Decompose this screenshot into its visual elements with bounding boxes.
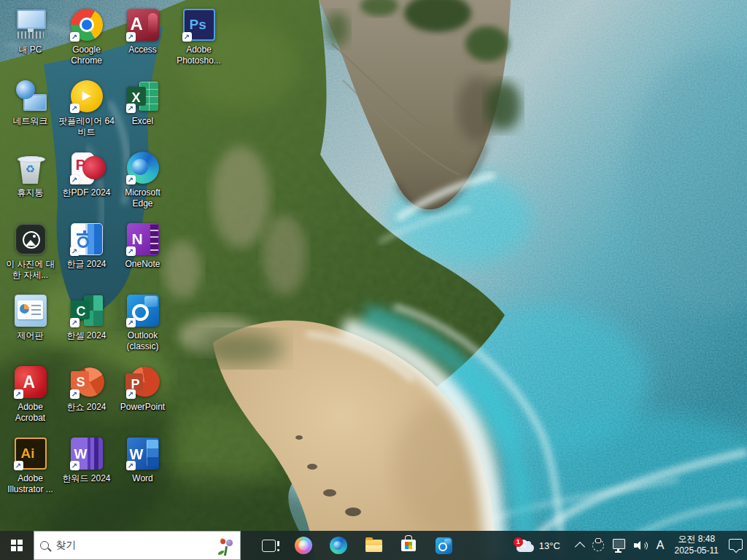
shortcut-arrow-icon: ↗	[182, 32, 192, 42]
icon-label: Microsoft Edge	[115, 187, 171, 209]
desktop-icon-adobe-acrobat[interactable]: A↗Adobe Acrobat	[2, 365, 58, 424]
volume-icon	[634, 540, 648, 551]
icon-label: Adobe Acrobat	[2, 402, 58, 424]
desktop-icon-my-pc[interactable]: 내 PC	[2, 7, 58, 55]
adobe-acrobat-icon: A↗	[13, 365, 48, 400]
search-placeholder: 찾기	[55, 539, 76, 552]
outlook-icon	[436, 537, 452, 554]
desktop-icon-microsoft-edge[interactable]: ↗Microsoft Edge	[115, 150, 171, 209]
icon-label: Outlook (classic)	[115, 330, 171, 352]
icon-label: Excel	[115, 116, 171, 127]
icon-label: Google Chrome	[58, 44, 115, 66]
clock-date: 2025-05-11	[675, 545, 719, 557]
icon-glyph: A	[23, 374, 36, 391]
google-chrome-icon: ↗	[69, 7, 104, 42]
desktop-icon-hanshow-2024[interactable]: S↗한쇼 2024	[58, 365, 115, 413]
desktop-icon-recycle-bin[interactable]: ♻휴지통	[2, 150, 58, 198]
icon-glyph: W	[130, 447, 144, 462]
hanshow-2024-icon: S↗	[69, 365, 104, 400]
weather-badge: 1	[514, 537, 523, 547]
hancell-2024-icon: C↗	[69, 293, 104, 328]
shortcut-arrow-icon: ↗	[70, 318, 80, 327]
desktop-icon-control-panel[interactable]: 제어판	[2, 293, 58, 341]
shortcut-arrow-icon: ↗	[126, 318, 136, 327]
outlook-classic-icon: ↗	[125, 293, 160, 328]
desktop-icon-hangul-2024[interactable]: ↗한글 2024	[58, 222, 115, 270]
volume-button[interactable]	[630, 531, 652, 560]
desktop-icon-outlook-classic[interactable]: ↗Outlook (classic)	[115, 293, 171, 352]
desktop-icon-picture-info[interactable]: 이 사진에 대한 자세...	[2, 222, 58, 281]
ime-indicator[interactable]: A	[652, 531, 669, 560]
icon-glyph: S	[77, 376, 85, 389]
shortcut-arrow-icon: ↗	[14, 389, 23, 399]
hanword-2024-icon: W↗	[69, 436, 104, 471]
taskbar-microsoft-store-button[interactable]	[391, 531, 426, 560]
adobe-photoshop-icon: Ps↗	[182, 7, 217, 42]
icon-label: Access	[115, 44, 171, 55]
hanpdf-2024-icon: P↗	[69, 150, 104, 185]
shortcut-arrow-icon: ↗	[126, 246, 136, 256]
icon-label: 네트워크	[2, 116, 58, 127]
task-view-icon	[262, 540, 276, 552]
shortcut-arrow-icon: ↗	[70, 32, 80, 42]
desktop-icon-potplayer-64bit[interactable]: ▶↗팟플레이어 64 비트	[58, 79, 115, 138]
action-center-button[interactable]	[724, 531, 747, 560]
taskbar-file-explorer-button[interactable]	[356, 531, 391, 560]
desktop-icon-adobe-photoshop[interactable]: Ps↗Adobe Photosho...	[171, 7, 227, 66]
desktop-icon-word[interactable]: W↗Word	[115, 436, 171, 484]
icon-label: OneNote	[115, 259, 171, 270]
taskbar-copilot-button[interactable]	[286, 531, 321, 560]
taskbar-search[interactable]: 찾기	[34, 531, 241, 560]
icon-label: 내 PC	[2, 44, 58, 55]
search-icon	[40, 541, 49, 550]
desktop-icon-excel[interactable]: X↗Excel	[115, 79, 171, 127]
control-panel-icon	[13, 293, 48, 328]
chevron-up-icon	[575, 542, 585, 552]
shortcut-arrow-icon: ↗	[70, 104, 80, 113]
desktop-icon-hanword-2024[interactable]: W↗한워드 2024	[58, 436, 115, 484]
search-highlight-bouquet-icon[interactable]	[217, 535, 234, 556]
taskbar-clock[interactable]: 오전 8:48 2025-05-11	[669, 534, 725, 556]
icon-glyph: Ai	[21, 446, 35, 460]
icon-label: 제어판	[2, 330, 58, 341]
icon-label: 한쇼 2024	[58, 402, 115, 413]
taskbar-microsoft-edge-button[interactable]	[321, 531, 356, 560]
shortcut-arrow-icon: ↗	[126, 32, 136, 42]
microsoft-edge-icon	[330, 537, 347, 554]
shortcut-arrow-icon: ↗	[14, 461, 23, 470]
taskbar-buttons	[251, 531, 461, 560]
shortcut-arrow-icon: ↗	[126, 175, 136, 184]
desktop-icon-access[interactable]: A↗Access	[115, 7, 171, 55]
icon-label: Adobe Photosho...	[171, 44, 227, 66]
adobe-illustrator-icon: Ai↗	[13, 436, 48, 471]
desktop-icon-network[interactable]: 네트워크	[2, 79, 58, 127]
taskbar-task-view-button[interactable]	[251, 531, 286, 560]
shortcut-arrow-icon: ↗	[70, 175, 80, 184]
start-button[interactable]	[0, 531, 34, 560]
icon-label: Word	[115, 473, 171, 484]
icon-label: 팟플레이어 64 비트	[58, 116, 115, 138]
icon-label: 이 사진에 대한 자세...	[2, 259, 58, 281]
icon-label: Adobe Illustrator ...	[2, 473, 58, 495]
desktop-icon-hanpdf-2024[interactable]: P↗한PDF 2024	[58, 150, 115, 198]
hangul-2024-icon: ↗	[69, 222, 104, 257]
icon-glyph: Ps	[190, 18, 206, 31]
shortcut-arrow-icon: ↗	[70, 246, 80, 256]
onenote-icon: N↗	[125, 222, 160, 257]
tray-status-button[interactable]	[588, 531, 608, 560]
icon-glyph: ♻	[13, 163, 48, 174]
taskbar: 찾기 1 13°C A 오전 8:48 2025-05-11	[0, 531, 747, 560]
taskbar-outlook-button[interactable]	[426, 531, 461, 560]
desktop-icon-onenote[interactable]: N↗OneNote	[115, 222, 171, 270]
desktop-icon-google-chrome[interactable]: ↗Google Chrome	[58, 7, 115, 66]
icon-label: 한워드 2024	[58, 473, 115, 484]
weather-widget[interactable]: 1 13°C	[512, 531, 565, 560]
show-hidden-icons-button[interactable]	[572, 531, 588, 560]
desktop-icon-powerpoint[interactable]: P↗PowerPoint	[115, 365, 171, 413]
microsoft-edge-icon: ↗	[125, 150, 160, 185]
desktop-icon-adobe-illustrator[interactable]: Ai↗Adobe Illustrator ...	[2, 436, 58, 495]
ime-mode-label: A	[657, 539, 665, 552]
recycle-bin-icon: ♻	[13, 150, 48, 185]
network-button[interactable]	[608, 531, 630, 560]
desktop-icon-hancell-2024[interactable]: C↗한셀 2024	[58, 293, 115, 341]
